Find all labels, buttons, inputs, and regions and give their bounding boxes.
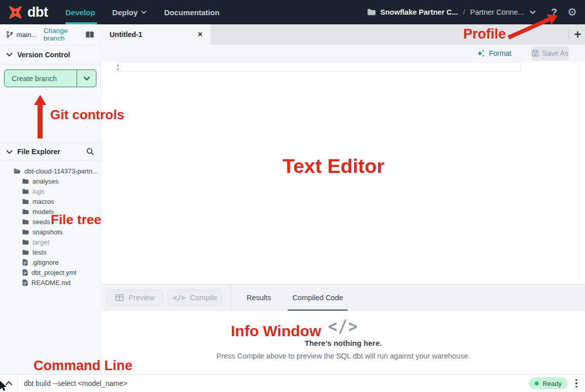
code-slash-icon: </> [328, 315, 358, 336]
annotation-file-tree: File tree [51, 212, 101, 228]
create-branch-dropdown[interactable] [77, 70, 96, 87]
file-tree-item-label: logs [32, 188, 45, 195]
current-branch-name[interactable]: main... [16, 31, 37, 39]
file-tree-item-label: analyses [32, 177, 58, 185]
file-tree-item-label: tests [32, 248, 46, 256]
tab-results[interactable]: Results [247, 284, 271, 311]
path-separator: / [463, 8, 465, 16]
preview-label: Preview [128, 294, 155, 302]
file-tree-item-label: dbt_project.yml [31, 269, 76, 276]
code-icon: </> [173, 294, 185, 302]
annotation-profile: Profile [463, 26, 506, 42]
file-tree-item[interactable]: snapshots [0, 227, 100, 237]
nav-deploy[interactable]: Deploy [112, 8, 147, 17]
info-window: </> There's nothing here. Press Compile … [101, 311, 585, 374]
file-tree-item-label: macros [32, 198, 54, 205]
save-floppy-icon [532, 50, 539, 57]
tab-compiled-code[interactable]: Compiled Code [292, 284, 343, 311]
branch-bar: main... Change branch [0, 24, 100, 45]
chevron-down-icon [83, 76, 90, 81]
chevron-down-icon [6, 52, 13, 57]
editor-toolbar: Format Save As [101, 45, 585, 62]
app-header: dbt Develop Deploy Documentation Snowfla… [0, 0, 585, 24]
annotation-text-editor: Text Editor [283, 155, 385, 177]
change-branch-link[interactable]: Change branch [44, 27, 85, 42]
save-as-button[interactable]: Save As [531, 46, 569, 60]
logo-text: dbt [27, 5, 48, 20]
status-badge: Ready [529, 377, 568, 389]
annotation-arrow-git-controls [34, 95, 46, 138]
version-control-header[interactable]: Version Control [0, 45, 100, 64]
dbt-logo: dbt [7, 0, 48, 24]
editor-active-line[interactable] [118, 62, 521, 72]
header-nav: Develop Deploy Documentation [65, 0, 220, 24]
file-tree-item[interactable]: tests [0, 247, 100, 257]
folder-icon [22, 179, 29, 184]
status-dot-icon [535, 381, 539, 385]
file-tree-item[interactable]: dbt_project.yml [0, 267, 100, 277]
file-tree-item-label: snapshots [32, 228, 62, 236]
compile-label: Compile [190, 294, 217, 302]
empty-state-title: There's nothing here. [305, 339, 382, 347]
folder-icon [22, 219, 29, 225]
folder-icon [22, 250, 29, 255]
folder-icon [22, 199, 29, 204]
editor-scrollbar-rail[interactable] [578, 62, 579, 284]
file-tree-item[interactable]: analyses [0, 176, 100, 186]
file-icon [22, 269, 28, 276]
compile-button[interactable]: </> Compile [167, 290, 222, 306]
file-tree-item[interactable]: logs [0, 186, 100, 196]
chevron-down-icon [141, 10, 147, 14]
version-control-title: Version Control [17, 51, 70, 59]
folder-icon [22, 239, 29, 245]
file-search-icon[interactable] [86, 148, 94, 156]
empty-state-subtitle: Press Compile above to preview the SQL d… [217, 352, 470, 360]
preview-button[interactable]: Preview [107, 290, 163, 306]
new-tab-button[interactable]: + [570, 24, 585, 45]
file-tree-item-label: target [32, 238, 49, 246]
tab-close-icon[interactable]: × [198, 30, 202, 39]
file-tree-item[interactable]: macros [0, 196, 100, 206]
file-tree-item[interactable]: README.md [0, 277, 100, 288]
file-explorer-header[interactable]: File Explorer [0, 142, 100, 161]
sidebar: main... Change branch Version Control Cr… [0, 24, 101, 374]
table-icon [115, 294, 124, 301]
format-label: Format [489, 49, 511, 57]
results-panel-header: Preview </> Compile Results Compiled Cod… [101, 284, 585, 311]
git-branch-icon [6, 30, 13, 39]
file-icon [22, 279, 28, 286]
file-tree-item-label: .gitignore [31, 259, 58, 266]
file-tree-item[interactable]: .gitignore [0, 257, 100, 267]
folder-icon [22, 229, 29, 235]
status-label: Ready [542, 380, 562, 387]
project-selector[interactable]: Snowflake Partner C... / Partner Conne..… [367, 8, 536, 16]
format-button[interactable]: Format [476, 49, 511, 58]
file-tree-item[interactable]: target [0, 237, 100, 247]
annotation-git-controls: Git controls [50, 107, 124, 123]
docs-book-icon[interactable] [85, 31, 94, 39]
nav-deploy-label: Deploy [112, 8, 137, 17]
create-branch-label: Create branch [5, 75, 77, 83]
nav-documentation[interactable]: Documentation [164, 8, 219, 17]
panel-divider [231, 284, 231, 311]
dbt-logo-icon [7, 4, 24, 21]
file-tree-item-label: README.md [31, 279, 71, 287]
settings-gear-icon[interactable]: ⚙ [567, 6, 577, 18]
file-tree-item[interactable]: dbt-cloud-114373-partn... [0, 166, 100, 176]
file-tree-item-label: dbt-cloud-114373-partn... [24, 167, 98, 175]
annotation-info-window: Info Window [231, 323, 321, 340]
open-folder-icon [14, 168, 21, 174]
tab-bar-divider [568, 28, 569, 41]
save-as-label: Save As [542, 49, 568, 57]
nav-develop[interactable]: Develop [65, 8, 95, 17]
chevron-down-icon [530, 10, 536, 14]
mouse-cursor-icon [0, 381, 8, 392]
create-branch-button[interactable]: Create branch [4, 69, 96, 87]
kebab-menu-icon[interactable] [568, 375, 585, 392]
tab-untitled-1[interactable]: Untitled-1 × [101, 24, 211, 45]
chevron-down-icon [6, 150, 13, 154]
command-input[interactable]: dbt build --select <model_name> [24, 379, 127, 387]
tab-title: Untitled-1 [110, 30, 143, 39]
command-line-bar: dbt build --select <model_name> Ready [0, 374, 585, 392]
project-name: Partner Conne... [470, 8, 524, 16]
